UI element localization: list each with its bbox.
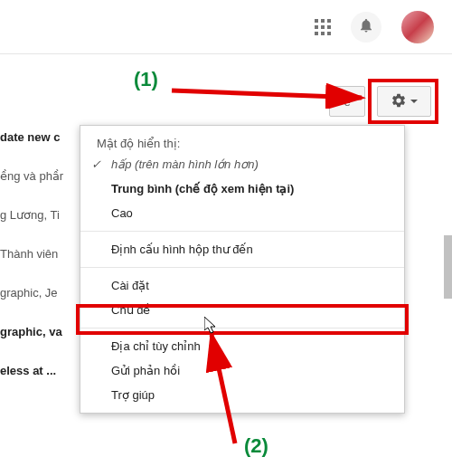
annotation-2: (2) <box>244 434 268 458</box>
list-item[interactable]: graphic, Je <box>0 273 87 312</box>
menu-density-compact[interactable]: hấp (trên màn hình lớn hơn) <box>80 152 404 176</box>
menu-divider <box>80 231 404 232</box>
annotation-1: (1) <box>134 68 158 91</box>
topbar <box>0 0 452 54</box>
extra-button[interactable]: ê <box>329 86 365 117</box>
list-item[interactable]: graphic, va <box>0 312 87 351</box>
menu-divider <box>80 267 404 268</box>
menu-custom-address[interactable]: Địa chỉ tùy chỉnh <box>80 334 404 358</box>
menu-divider <box>80 328 404 328</box>
caret-down-icon <box>410 100 418 103</box>
menu-density-high[interactable]: Cao <box>80 201 404 225</box>
avatar[interactable] <box>401 11 434 43</box>
menu-settings[interactable]: Cài đặt <box>80 273 404 298</box>
list-item[interactable]: g Lương, Ti <box>0 195 87 234</box>
gear-icon <box>391 92 407 111</box>
list-item[interactable]: eless at ... <box>0 351 87 390</box>
cursor-icon <box>204 317 219 338</box>
mail-list-fragment: date new c ềng và phầr g Lương, Ti Thành… <box>0 118 87 390</box>
list-item[interactable]: ềng và phầr <box>0 157 87 195</box>
menu-configure-inbox[interactable]: Định cấu hình hộp thư đến <box>80 237 404 262</box>
bell-icon <box>358 17 374 36</box>
settings-button[interactable] <box>377 86 431 117</box>
menu-density-medium[interactable]: Trung bình (chế độ xem hiện tại) <box>80 176 404 201</box>
apps-icon[interactable] <box>315 19 331 35</box>
scrollbar-thumb[interactable] <box>444 235 452 299</box>
extra-button-label: ê <box>344 95 350 109</box>
list-item[interactable]: Thành viên <box>0 234 87 273</box>
notifications-button[interactable] <box>351 12 381 43</box>
settings-menu: Mật độ hiển thị: hấp (trên màn hình lớn … <box>80 125 405 414</box>
menu-help[interactable]: Trợ giúp <box>80 383 404 407</box>
list-item[interactable]: date new c <box>0 118 87 157</box>
menu-themes[interactable]: Chủ đề <box>80 298 404 322</box>
menu-section-title: Mật độ hiển thị: <box>80 131 404 152</box>
menu-send-feedback[interactable]: Gửi phản hồi <box>80 358 404 383</box>
